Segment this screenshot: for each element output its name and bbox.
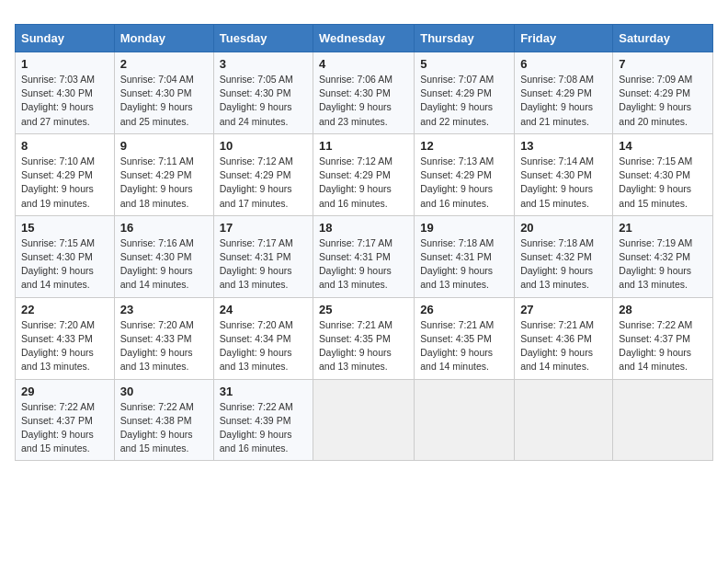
day-number: 11 xyxy=(319,139,408,153)
calendar-cell xyxy=(613,379,713,461)
day-number: 7 xyxy=(619,57,707,71)
day-number: 1 xyxy=(21,57,108,71)
calendar-week-row: 8 Sunrise: 7:10 AMSunset: 4:29 PMDayligh… xyxy=(16,133,713,215)
day-info: Sunrise: 7:12 AMSunset: 4:29 PMDaylight:… xyxy=(220,155,293,209)
day-info: Sunrise: 7:11 AMSunset: 4:29 PMDaylight:… xyxy=(120,155,194,209)
calendar-cell: 19 Sunrise: 7:18 AMSunset: 4:31 PMDaylig… xyxy=(415,215,515,297)
calendar-cell: 9 Sunrise: 7:11 AMSunset: 4:29 PMDayligh… xyxy=(114,133,213,215)
day-number: 9 xyxy=(120,139,208,153)
calendar-cell: 30 Sunrise: 7:22 AMSunset: 4:38 PMDaylig… xyxy=(114,379,213,461)
day-number: 19 xyxy=(420,221,508,235)
calendar-week-row: 1 Sunrise: 7:03 AMSunset: 4:30 PMDayligh… xyxy=(16,52,713,134)
day-info: Sunrise: 7:15 AMSunset: 4:30 PMDaylight:… xyxy=(21,237,95,291)
day-info: Sunrise: 7:03 AMSunset: 4:30 PMDaylight:… xyxy=(21,74,95,127)
calendar-cell: 25 Sunrise: 7:21 AMSunset: 4:35 PMDaylig… xyxy=(313,297,415,379)
day-info: Sunrise: 7:21 AMSunset: 4:36 PMDaylight:… xyxy=(520,319,594,373)
calendar-cell: 23 Sunrise: 7:20 AMSunset: 4:33 PMDaylig… xyxy=(114,297,213,379)
calendar-cell: 2 Sunrise: 7:04 AMSunset: 4:30 PMDayligh… xyxy=(114,52,213,134)
calendar-header-row: SundayMondayTuesdayWednesdayThursdayFrid… xyxy=(16,25,713,52)
day-info: Sunrise: 7:07 AMSunset: 4:29 PMDaylight:… xyxy=(420,74,494,127)
day-number: 30 xyxy=(120,385,208,398)
calendar-cell: 13 Sunrise: 7:14 AMSunset: 4:30 PMDaylig… xyxy=(515,133,613,215)
col-header-sunday: Sunday xyxy=(16,25,115,52)
day-number: 23 xyxy=(120,303,208,316)
day-info: Sunrise: 7:16 AMSunset: 4:30 PMDaylight:… xyxy=(120,237,194,291)
day-info: Sunrise: 7:18 AMSunset: 4:31 PMDaylight:… xyxy=(420,237,494,291)
day-number: 8 xyxy=(21,139,108,153)
day-info: Sunrise: 7:22 AMSunset: 4:39 PMDaylight:… xyxy=(220,401,293,454)
day-info: Sunrise: 7:14 AMSunset: 4:30 PMDaylight:… xyxy=(520,155,594,209)
calendar-cell xyxy=(313,379,415,461)
calendar-week-row: 29 Sunrise: 7:22 AMSunset: 4:37 PMDaylig… xyxy=(16,379,713,461)
calendar-cell: 18 Sunrise: 7:17 AMSunset: 4:31 PMDaylig… xyxy=(313,215,415,297)
calendar-cell xyxy=(415,379,515,461)
day-number: 27 xyxy=(520,303,607,316)
day-number: 4 xyxy=(319,57,408,71)
day-number: 17 xyxy=(220,221,307,235)
calendar-cell: 17 Sunrise: 7:17 AMSunset: 4:31 PMDaylig… xyxy=(213,215,313,297)
calendar-table: SundayMondayTuesdayWednesdayThursdayFrid… xyxy=(15,24,713,461)
calendar-cell: 6 Sunrise: 7:08 AMSunset: 4:29 PMDayligh… xyxy=(515,52,613,134)
calendar-cell: 7 Sunrise: 7:09 AMSunset: 4:29 PMDayligh… xyxy=(613,52,713,134)
calendar-cell: 26 Sunrise: 7:21 AMSunset: 4:35 PMDaylig… xyxy=(415,297,515,379)
calendar-cell: 21 Sunrise: 7:19 AMSunset: 4:32 PMDaylig… xyxy=(613,215,713,297)
day-number: 2 xyxy=(120,57,208,71)
day-number: 29 xyxy=(21,385,108,398)
day-info: Sunrise: 7:09 AMSunset: 4:29 PMDaylight:… xyxy=(619,74,692,127)
day-number: 26 xyxy=(420,303,508,316)
calendar-cell: 3 Sunrise: 7:05 AMSunset: 4:30 PMDayligh… xyxy=(213,52,313,134)
calendar-cell: 8 Sunrise: 7:10 AMSunset: 4:29 PMDayligh… xyxy=(16,133,115,215)
day-info: Sunrise: 7:17 AMSunset: 4:31 PMDaylight:… xyxy=(319,237,392,291)
day-info: Sunrise: 7:06 AMSunset: 4:30 PMDaylight:… xyxy=(319,74,392,127)
calendar-cell: 15 Sunrise: 7:15 AMSunset: 4:30 PMDaylig… xyxy=(16,215,115,297)
calendar-cell: 20 Sunrise: 7:18 AMSunset: 4:32 PMDaylig… xyxy=(515,215,613,297)
day-number: 12 xyxy=(420,139,508,153)
day-info: Sunrise: 7:10 AMSunset: 4:29 PMDaylight:… xyxy=(21,155,95,209)
day-number: 16 xyxy=(120,221,208,235)
day-info: Sunrise: 7:21 AMSunset: 4:35 PMDaylight:… xyxy=(420,319,494,373)
calendar-cell: 31 Sunrise: 7:22 AMSunset: 4:39 PMDaylig… xyxy=(213,379,313,461)
calendar-cell: 11 Sunrise: 7:12 AMSunset: 4:29 PMDaylig… xyxy=(313,133,415,215)
day-info: Sunrise: 7:20 AMSunset: 4:33 PMDaylight:… xyxy=(120,319,194,373)
day-info: Sunrise: 7:22 AMSunset: 4:37 PMDaylight:… xyxy=(21,401,95,454)
calendar-cell: 16 Sunrise: 7:16 AMSunset: 4:30 PMDaylig… xyxy=(114,215,213,297)
day-number: 24 xyxy=(220,303,307,316)
calendar-cell xyxy=(515,379,613,461)
day-info: Sunrise: 7:22 AMSunset: 4:37 PMDaylight:… xyxy=(619,319,692,373)
day-number: 20 xyxy=(520,221,607,235)
day-info: Sunrise: 7:15 AMSunset: 4:30 PMDaylight:… xyxy=(619,155,692,209)
calendar-cell: 10 Sunrise: 7:12 AMSunset: 4:29 PMDaylig… xyxy=(213,133,313,215)
day-number: 31 xyxy=(220,385,307,398)
calendar-week-row: 22 Sunrise: 7:20 AMSunset: 4:33 PMDaylig… xyxy=(16,297,713,379)
calendar-cell: 12 Sunrise: 7:13 AMSunset: 4:29 PMDaylig… xyxy=(415,133,515,215)
calendar-cell: 1 Sunrise: 7:03 AMSunset: 4:30 PMDayligh… xyxy=(16,52,115,134)
col-header-wednesday: Wednesday xyxy=(313,25,415,52)
day-info: Sunrise: 7:12 AMSunset: 4:29 PMDaylight:… xyxy=(319,155,392,209)
day-info: Sunrise: 7:19 AMSunset: 4:32 PMDaylight:… xyxy=(619,237,692,291)
calendar-cell: 4 Sunrise: 7:06 AMSunset: 4:30 PMDayligh… xyxy=(313,52,415,134)
day-info: Sunrise: 7:17 AMSunset: 4:31 PMDaylight:… xyxy=(220,237,293,291)
day-number: 6 xyxy=(520,57,607,71)
day-number: 22 xyxy=(21,303,108,316)
col-header-friday: Friday xyxy=(515,25,613,52)
calendar-cell: 24 Sunrise: 7:20 AMSunset: 4:34 PMDaylig… xyxy=(213,297,313,379)
day-info: Sunrise: 7:22 AMSunset: 4:38 PMDaylight:… xyxy=(120,401,194,454)
col-header-thursday: Thursday xyxy=(415,25,515,52)
col-header-saturday: Saturday xyxy=(613,25,713,52)
day-info: Sunrise: 7:20 AMSunset: 4:33 PMDaylight:… xyxy=(21,319,95,373)
day-info: Sunrise: 7:08 AMSunset: 4:29 PMDaylight:… xyxy=(520,74,594,127)
day-number: 18 xyxy=(319,221,408,235)
day-number: 3 xyxy=(220,57,307,71)
day-info: Sunrise: 7:20 AMSunset: 4:34 PMDaylight:… xyxy=(220,319,293,373)
day-info: Sunrise: 7:05 AMSunset: 4:30 PMDaylight:… xyxy=(220,74,293,127)
day-number: 25 xyxy=(319,303,408,316)
calendar-cell: 27 Sunrise: 7:21 AMSunset: 4:36 PMDaylig… xyxy=(515,297,613,379)
col-header-tuesday: Tuesday xyxy=(213,25,313,52)
calendar-cell: 5 Sunrise: 7:07 AMSunset: 4:29 PMDayligh… xyxy=(415,52,515,134)
calendar-cell: 22 Sunrise: 7:20 AMSunset: 4:33 PMDaylig… xyxy=(16,297,115,379)
day-info: Sunrise: 7:13 AMSunset: 4:29 PMDaylight:… xyxy=(420,155,494,209)
day-number: 15 xyxy=(21,221,108,235)
day-number: 5 xyxy=(420,57,508,71)
calendar-week-row: 15 Sunrise: 7:15 AMSunset: 4:30 PMDaylig… xyxy=(16,215,713,297)
day-number: 10 xyxy=(220,139,307,153)
